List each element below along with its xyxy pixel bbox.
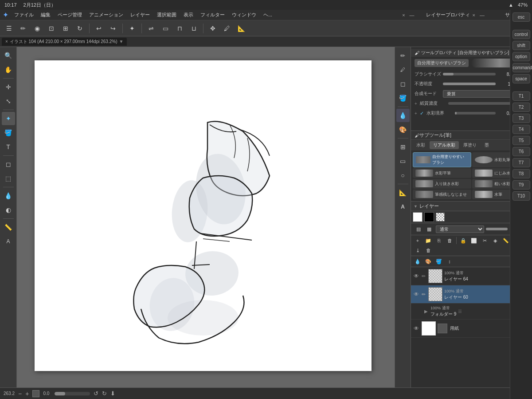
fill2-btn[interactable]: 🪣 <box>434 257 444 266</box>
panel-close-x[interactable]: × <box>400 12 407 18</box>
watercolor-slider[interactable] <box>455 112 496 115</box>
export-btn[interactable]: ⬇ <box>110 390 115 397</box>
rotate-cw-btn[interactable]: ↻ <box>102 390 107 397</box>
menu-help[interactable]: ヘ... <box>260 11 275 19</box>
text-tool[interactable]: T <box>2 140 15 154</box>
zoom-tool[interactable]: 🔍 <box>2 49 15 62</box>
layer-single-view[interactable]: ▤ <box>414 225 423 233</box>
key-t6[interactable]: T6 <box>512 147 530 156</box>
menu-view[interactable]: 表示 <box>180 11 196 19</box>
color-correct-btn[interactable]: 🎨 <box>423 257 433 266</box>
fill-icon-right[interactable]: 🪣 <box>396 91 410 105</box>
canvas-area[interactable] <box>17 47 395 387</box>
key-t5[interactable]: T5 <box>512 136 530 145</box>
color-circle-right[interactable]: 🎨 <box>396 123 410 136</box>
layer-60-visibility[interactable]: 👁 <box>414 291 419 297</box>
key-control[interactable]: control <box>512 30 530 39</box>
foreground-color-swatch[interactable] <box>413 212 422 222</box>
hamburger-btn[interactable]: ☰ <box>3 22 15 35</box>
key-t7[interactable]: T7 <box>512 158 530 167</box>
opacity-slider[interactable] <box>443 83 496 85</box>
subtool-item-0[interactable]: 自分用塗りやすいブラシ <box>413 152 471 167</box>
brush-icon-right[interactable]: ✏ <box>396 49 410 62</box>
subtool-tab-watercolor[interactable]: 水彩 <box>413 141 429 149</box>
mask-btn[interactable]: ⊓ <box>173 22 186 35</box>
ruler-icon-right[interactable]: 📐 <box>396 186 410 199</box>
layer-multi-view[interactable]: ▦ <box>424 225 434 233</box>
menu-file[interactable]: ファイル <box>11 11 37 19</box>
brush-tool-btn[interactable]: ✏ <box>17 22 29 35</box>
eyedrop-btn[interactable]: ⊡ <box>45 22 58 35</box>
delete-selected-btn[interactable]: 🗑 <box>423 246 433 255</box>
layer-opacity-slider[interactable] <box>486 228 508 230</box>
grid-icon-right[interactable]: ⊞ <box>396 140 410 154</box>
layer-64-visibility[interactable]: 👁 <box>414 273 419 279</box>
select-tool-btn[interactable]: ◉ <box>31 22 43 35</box>
color-picker-tool[interactable]: 💧 <box>2 189 15 202</box>
subtool-tab-thick[interactable]: 厚塗り <box>460 141 480 149</box>
undo-btn[interactable]: ↩ <box>93 22 105 35</box>
subtool-tab-ink[interactable]: 墨 <box>481 141 493 149</box>
key-t10[interactable]: T10 <box>512 191 530 201</box>
ruler-tool[interactable]: 📏 <box>2 221 15 234</box>
text-icon-right[interactable]: A <box>396 200 410 213</box>
key-t3[interactable]: T3 <box>512 114 530 123</box>
key-t2[interactable]: T2 <box>512 103 530 112</box>
subtool-item-4[interactable]: 入り抜き水彩 <box>413 179 471 189</box>
app-logo[interactable]: ✦ <box>3 11 8 19</box>
transparent-swatch[interactable] <box>436 213 445 221</box>
flip-h-btn[interactable]: ⇌ <box>145 22 157 35</box>
key-t9[interactable]: T9 <box>512 180 530 190</box>
folder-9-menu[interactable]: ☰ <box>458 309 462 314</box>
gradient-tool[interactable]: ◐ <box>2 203 15 217</box>
move-btn[interactable]: ✥ <box>207 22 219 35</box>
menu-edit[interactable]: 編集 <box>38 11 54 19</box>
hand-tool[interactable]: ✋ <box>2 63 15 76</box>
shape-icon-right[interactable]: ▭ <box>396 154 410 168</box>
rotate-btn[interactable]: ↻ <box>74 22 86 35</box>
key-space[interactable]: space <box>512 74 530 83</box>
layer-collapse[interactable]: ▼ <box>414 204 418 209</box>
pen-btn[interactable]: 🖊 <box>221 22 233 35</box>
zoom-plus-btn[interactable]: + <box>25 390 29 397</box>
ruler-btn[interactable]: 📐 <box>235 22 247 35</box>
subtool-tab-real-watercolor[interactable]: リアル水彩 <box>430 141 459 149</box>
canvas-tab-arrow[interactable]: ▼ <box>119 39 124 44</box>
redo-btn[interactable]: ↪ <box>107 22 119 35</box>
menu-window[interactable]: ウィンドウ <box>229 11 259 19</box>
menu-animation[interactable]: アニメーション <box>86 11 126 19</box>
text-draw-tool[interactable]: A <box>2 235 15 248</box>
key-t4[interactable]: T4 <box>512 125 530 134</box>
menu-filter[interactable]: フィルター <box>197 11 228 19</box>
eraser-tool[interactable]: ◻ <box>2 158 15 171</box>
new-layer-btn[interactable]: + <box>413 236 422 245</box>
pen-icon-right[interactable]: 🖊 <box>396 63 410 76</box>
eyedrop-layer-btn[interactable]: 💧 <box>413 257 422 266</box>
key-shift[interactable]: shift <box>512 41 530 50</box>
layer-properties-close[interactable]: × <box>471 12 477 18</box>
key-t1[interactable]: T1 <box>512 91 530 101</box>
menu-layer[interactable]: レイヤー <box>127 11 153 19</box>
copy-layer-btn[interactable]: ⎘ <box>434 236 444 245</box>
delete-layer-btn[interactable]: 🗑 <box>445 236 454 245</box>
merge-btn[interactable]: ⊔ <box>188 22 200 35</box>
select-area-tool[interactable]: ⬚ <box>2 172 15 185</box>
watercolor-expand-btn[interactable]: + <box>415 111 417 116</box>
mask-layer-btn[interactable]: ◈ <box>490 236 500 245</box>
canvas-tab[interactable]: × イラスト 104 (A4 210.00 × 297.00mm 144dpi … <box>2 38 127 46</box>
move-layer-tool[interactable]: ✛ <box>2 80 15 94</box>
menu-select[interactable]: 選択範囲 <box>154 11 180 19</box>
crop-btn[interactable]: ▭ <box>159 22 172 35</box>
key-esc[interactable]: esc <box>512 12 530 22</box>
ruler-layer-btn[interactable]: 📏 <box>501 236 511 245</box>
background-color-swatch[interactable] <box>424 212 434 222</box>
key-option[interactable]: option <box>512 52 530 61</box>
layer-blend-select[interactable]: 通常 <box>436 225 484 233</box>
alpha-lock-btn[interactable]: ⬜ <box>469 236 479 245</box>
light-btn[interactable]: ✦ <box>126 22 138 35</box>
menu-page[interactable]: ページ管理 <box>55 11 85 19</box>
clip-btn[interactable]: ✂ <box>480 236 489 245</box>
merge-down-btn[interactable]: ⤓ <box>413 246 422 255</box>
watercolor-check[interactable]: ✓ <box>420 111 424 116</box>
pen-draw-tool[interactable]: ✦ <box>2 112 15 125</box>
